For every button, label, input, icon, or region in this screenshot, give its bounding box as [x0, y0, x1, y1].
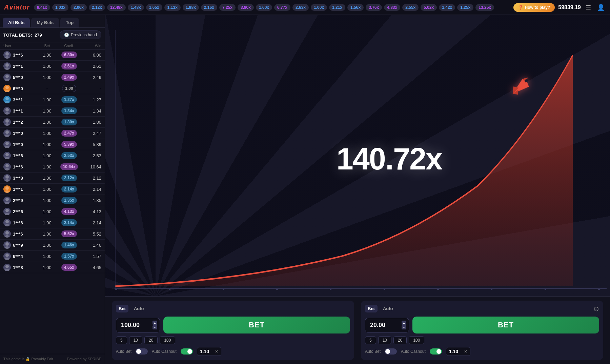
- bet-amount: 1.00: [37, 243, 57, 248]
- svg-point-17: [5, 146, 9, 148]
- svg-point-15: [5, 135, 9, 137]
- multiplier-pill[interactable]: 3.80x: [238, 4, 254, 11]
- multiplier-pill[interactable]: 12.49x: [107, 4, 126, 11]
- sidebar-tab-my-bets[interactable]: My Bets: [31, 18, 59, 27]
- multiplier-pill[interactable]: 2.63x: [292, 4, 309, 11]
- bets-list: 3***6 1.00 6.80x 6.80 2***1 1.00 2.61x 2…: [0, 49, 105, 354]
- avatar: [3, 264, 11, 271]
- auto-cashout-toggle[interactable]: [181, 348, 193, 355]
- win-amount: -: [81, 86, 101, 91]
- win-amount: 1.35: [81, 198, 101, 203]
- coeff-cell: 1.27x: [57, 96, 81, 103]
- sidebar-footer: This game is 🔒 Provably Fair Powered by …: [0, 354, 105, 364]
- quick-amount-5[interactable]: 5: [365, 336, 376, 344]
- bet-decrement-button[interactable]: ▼: [402, 325, 406, 329]
- user-cell: 1***6: [3, 230, 37, 238]
- multiplier-pill[interactable]: 2.55x: [402, 4, 419, 11]
- bet-button[interactable]: BET: [163, 317, 350, 333]
- coeff-badge: 1.00: [62, 85, 76, 92]
- quick-amount-20[interactable]: 20: [144, 336, 158, 344]
- auto-bet-toggle[interactable]: [385, 348, 397, 355]
- avatar: [3, 252, 11, 260]
- multiplier-pill[interactable]: 2.12x: [89, 4, 105, 11]
- bet-button[interactable]: BET: [412, 317, 599, 333]
- multiplier-pill[interactable]: 3.76x: [366, 4, 382, 11]
- svg-point-7: [5, 90, 9, 92]
- multiplier-pill[interactable]: 1.42x: [439, 4, 455, 11]
- multiplier-pill[interactable]: 1.60x: [256, 4, 272, 11]
- multiplier-pill[interactable]: 7.25x: [219, 4, 236, 11]
- quick-amount-10[interactable]: 10: [378, 336, 391, 344]
- cashout-clear-button[interactable]: ✕: [464, 349, 467, 354]
- multiplier-pill[interactable]: 2.16x: [201, 4, 217, 11]
- bet-increment-button[interactable]: ▲: [152, 321, 157, 325]
- svg-point-38: [5, 265, 9, 268]
- quick-amount-20[interactable]: 20: [393, 336, 407, 344]
- cashout-value: 1.10: [200, 349, 214, 354]
- quick-amount-5[interactable]: 5: [116, 336, 127, 344]
- bet-row: 3***8 1.00 2.12x 2.12: [0, 173, 105, 184]
- bet-controls: ▲ ▼ BET: [365, 317, 599, 333]
- win-amount: 5.39: [81, 142, 101, 147]
- sidebar-tab-all-bets[interactable]: All Bets: [3, 18, 30, 27]
- win-amount: 4.13: [81, 209, 101, 214]
- bet-row: 5***0 1.00 2.49x 2.49: [0, 72, 105, 83]
- coeff-badge: 1.80x: [61, 119, 77, 125]
- bet-decrement-button[interactable]: ▼: [152, 325, 157, 329]
- user-button[interactable]: 👤: [596, 2, 606, 13]
- panel-tab-bet[interactable]: Bet: [365, 305, 378, 312]
- auto-cashout-toggle[interactable]: [430, 348, 442, 355]
- multiplier-pill[interactable]: 13.25x: [475, 4, 494, 11]
- quick-amount-100[interactable]: 100: [409, 336, 424, 344]
- svg-point-24: [5, 186, 9, 190]
- multiplier-pill[interactable]: 1.13x: [164, 4, 181, 11]
- sidebar-tab-top[interactable]: Top: [60, 18, 79, 27]
- username: 1***0: [13, 131, 23, 136]
- username: 1***0: [13, 142, 23, 147]
- previous-hand-button[interactable]: 🕐 Previous hand: [60, 31, 101, 39]
- coeff-cell: 1.35x: [57, 197, 81, 204]
- multiplier-pill[interactable]: 1.48x: [128, 4, 144, 11]
- panel-tab-bet[interactable]: Bet: [116, 305, 128, 312]
- avatar: [3, 185, 11, 193]
- multiplier-pill[interactable]: 1.03x: [52, 4, 68, 11]
- multiplier-pill[interactable]: 1.21x: [329, 4, 345, 11]
- win-amount: 2.53: [81, 153, 101, 158]
- multiplier-pill[interactable]: 1.00x: [311, 4, 327, 11]
- svg-point-19: [5, 157, 9, 159]
- col-coeff-header: Coeff.: [57, 44, 81, 48]
- avatar: [3, 129, 11, 137]
- multiplier-pill[interactable]: 2.06x: [70, 4, 87, 11]
- multiplier-pill[interactable]: 1.98x: [183, 4, 199, 11]
- auto-bet-toggle[interactable]: [136, 348, 148, 355]
- user-cell: 2***9: [3, 197, 37, 204]
- menu-button[interactable]: ☰: [584, 2, 592, 13]
- avatar: [3, 51, 11, 59]
- multiplier-pill[interactable]: 1.25x: [457, 4, 473, 11]
- panel-close-button[interactable]: ⊖: [593, 305, 599, 313]
- bet-amount: 1.00: [37, 131, 57, 136]
- multiplier-pill[interactable]: 5.02x: [421, 4, 437, 11]
- col-bet-header: Bet: [37, 44, 57, 48]
- auto-bet-label: Auto Bet: [116, 349, 131, 354]
- coeff-badge: 2.47x: [61, 130, 77, 137]
- panel-tab-auto[interactable]: Auto: [131, 305, 147, 312]
- how-to-play-button[interactable]: ❓ How to play?: [513, 3, 555, 12]
- multiplier-pill[interactable]: 4.83x: [384, 4, 400, 11]
- powered-by-label: Powered by SPRIBE: [67, 357, 102, 361]
- quick-amount-100[interactable]: 100: [160, 336, 175, 344]
- multiplier-pill[interactable]: 1.56x: [347, 4, 364, 11]
- bet-increment-button[interactable]: ▲: [402, 321, 406, 325]
- quick-amount-10[interactable]: 10: [129, 336, 142, 344]
- coeff-badge: 1.35x: [61, 197, 77, 204]
- user-cell: 1***2: [3, 118, 37, 126]
- multiplier-pill[interactable]: 1.65x: [146, 4, 162, 11]
- panel-tab-auto[interactable]: Auto: [380, 305, 396, 312]
- user-cell: 1***6: [3, 163, 37, 170]
- cashout-clear-button[interactable]: ✕: [215, 349, 218, 354]
- win-amount: 1.80: [81, 120, 101, 125]
- svg-point-13: [5, 123, 9, 126]
- multiplier-pill[interactable]: 6.77x: [274, 4, 290, 11]
- coeff-badge: 1.46x: [61, 242, 77, 248]
- multiplier-pill[interactable]: 9.41x: [34, 4, 50, 11]
